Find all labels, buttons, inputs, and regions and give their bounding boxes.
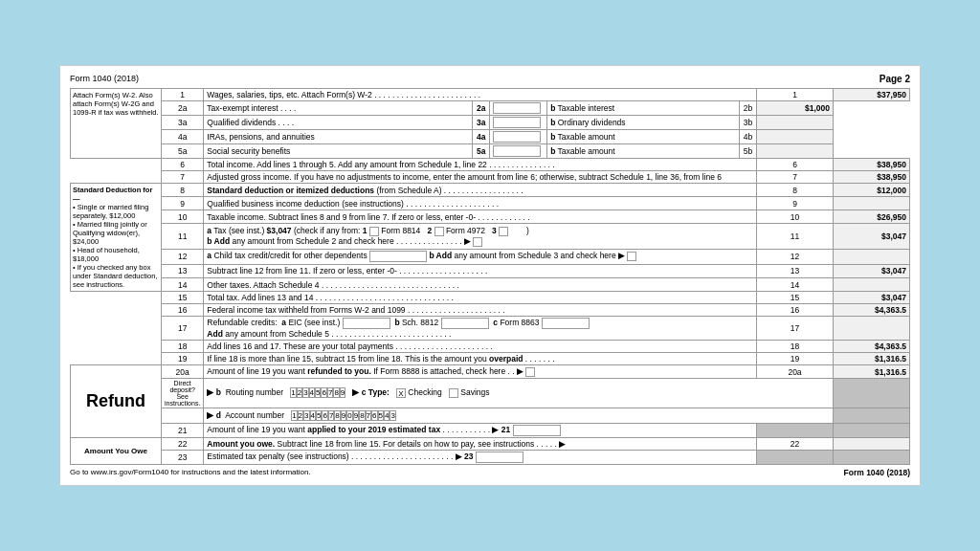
line9-amount: [834, 197, 910, 210]
routing-digit-8[interactable]: 8: [333, 387, 339, 398]
amount-you-owe-label: Amount You Owe: [71, 437, 162, 464]
form-table: Attach Form(s) W-2. Also attach Form(s) …: [70, 88, 910, 465]
line5a-box-label: 5a: [473, 144, 490, 159]
schedule2-checkbox[interactable]: [473, 237, 482, 247]
acct-digit-10[interactable]: 0: [346, 410, 352, 421]
line6-amount: $38,950: [834, 159, 910, 171]
account-gray: [834, 408, 910, 423]
line23-gray2: [834, 450, 910, 464]
line16-num: 16: [162, 304, 204, 317]
acct-digit-15[interactable]: 5: [378, 410, 384, 421]
line22-num: 22: [162, 437, 204, 450]
line17-amount: [834, 317, 910, 341]
line23-input[interactable]: [476, 452, 523, 463]
acct-digit-6[interactable]: 6: [322, 410, 327, 421]
table-row: 4a IRAs, pensions, and annuities 4a b Ta…: [71, 130, 910, 144]
acct-digit-8[interactable]: 8: [334, 410, 340, 421]
line5a-input[interactable]: [490, 144, 547, 159]
table-row: 23 Estimated tax penalty (see instructio…: [71, 450, 910, 464]
acct-digit-17[interactable]: 3: [390, 410, 395, 421]
footer-url: Go to www.irs.gov/Form1040 for instructi…: [70, 468, 311, 477]
line2a-box-label: 2a: [473, 101, 490, 116]
checking-checkbox[interactable]: X: [396, 388, 406, 398]
line23-label: Estimated tax penalty (see instructions)…: [204, 450, 757, 464]
line13-amount: $3,047: [834, 264, 910, 277]
line16-col: 16: [757, 304, 834, 317]
line1-amount: $37,950: [834, 89, 910, 101]
line20a-num: 20a: [162, 365, 204, 379]
line20a-amount: $1,316.5: [834, 365, 910, 379]
line3a-label: Qualified dividends . . . .: [204, 116, 473, 130]
table-row: 3a Qualified dividends . . . . 3a b Ordi…: [71, 116, 910, 130]
line22-label: Amount you owe. Subtract line 18 from li…: [204, 437, 757, 450]
line4a-input[interactable]: [490, 130, 547, 144]
schedule3-checkbox[interactable]: [627, 252, 636, 261]
other-checkbox[interactable]: [499, 227, 508, 236]
line6-label: Total income. Add lines 1 through 5. Add…: [204, 159, 757, 171]
line13-col: 13: [757, 264, 834, 277]
table-row: Amount You Owe 22 Amount you owe. Subtra…: [71, 437, 910, 450]
table-row: 16 Federal income tax withheld from Form…: [71, 304, 910, 317]
line12-col: 12: [757, 249, 834, 264]
line18-amount: $4,363.5: [834, 341, 910, 353]
line21-gray: [757, 423, 834, 437]
line12a-input[interactable]: [369, 251, 427, 262]
line9-col: 9: [757, 197, 834, 210]
routing-digit-6[interactable]: 6: [321, 387, 326, 398]
line7-label: Adjusted gross income. If you have no ad…: [204, 171, 757, 184]
line2a-input[interactable]: [490, 101, 547, 116]
sch8812-input[interactable]: [441, 318, 489, 329]
routing-gray: [834, 378, 910, 408]
line-num-1: 1: [162, 89, 204, 101]
acct-digit-12[interactable]: 8: [359, 410, 365, 421]
table-row: 2a Tax-exempt interest . . . . 2a b Taxa…: [71, 101, 910, 116]
line3a-input[interactable]: [490, 116, 547, 130]
line2b-label: b Taxable interest: [547, 101, 740, 116]
line16-amount: $4,363.5: [834, 304, 910, 317]
line2b-amount: $1,000: [757, 101, 834, 116]
savings-checkbox[interactable]: [449, 388, 458, 398]
acct-digit-3[interactable]: 3: [303, 410, 309, 421]
line7-num: 7: [162, 171, 204, 184]
table-row: 14 Other taxes. Attach Schedule 4 . . . …: [71, 278, 910, 292]
line18-col: 18: [757, 341, 834, 353]
line18-label: Add lines 16 and 17. These are your tota…: [204, 341, 757, 353]
form8814-checkbox[interactable]: [369, 227, 379, 236]
table-row: 13 Subtract line 12 from line 11. If zer…: [71, 264, 910, 277]
line19-col: 19: [757, 353, 834, 365]
line5b-amount: [757, 144, 834, 159]
line21-label: Amount of line 19 you want applied to yo…: [204, 423, 757, 437]
line21-input[interactable]: [513, 425, 561, 436]
table-row: 15 Total tax. Add lines 13 and 14 . . . …: [71, 292, 910, 304]
acct-digit-14[interactable]: 6: [371, 410, 377, 421]
form-header: Form 1040 (2018) Page 2: [70, 74, 910, 84]
footer-form-name: Form 1040 (2018): [844, 468, 910, 477]
acct-digit-4[interactable]: 4: [310, 410, 316, 421]
line1-col: 1: [757, 89, 834, 101]
routing-digit-9[interactable]: 9: [340, 387, 345, 398]
table-row: 9 Qualified business income deduction (s…: [71, 197, 910, 210]
table-row: 18 Add lines 16 and 17. These are your t…: [71, 341, 910, 353]
empty-note2: [71, 171, 162, 184]
routing-digit-3[interactable]: 3: [302, 387, 308, 398]
line13-num: 13: [162, 264, 204, 277]
form4972-checkbox[interactable]: [434, 227, 444, 236]
line5a-label: Social security benefits: [204, 144, 473, 159]
table-row: 7 Adjusted gross income. If you have no …: [71, 171, 910, 184]
eic-input[interactable]: [343, 318, 390, 329]
line17-num: 17: [162, 317, 204, 341]
line4a-label: IRAs, pensions, and annuities: [204, 130, 473, 144]
routing-digit-1[interactable]: 1: [290, 387, 296, 398]
line6-num: 6: [162, 159, 204, 171]
line8-num: 8: [162, 184, 204, 197]
line22-col: 22: [757, 437, 834, 450]
line4b-col: 4b: [740, 130, 757, 144]
acct-digit-1[interactable]: 1: [291, 410, 297, 421]
line5b-col: 5b: [740, 144, 757, 159]
line23-gray: [757, 450, 834, 464]
form8888-checkbox[interactable]: [525, 367, 535, 377]
form8863-input[interactable]: [542, 318, 590, 329]
empty-note5: [71, 317, 162, 341]
line9-label: Qualified business income deduction (see…: [204, 197, 757, 210]
line12-amount: [834, 249, 910, 264]
